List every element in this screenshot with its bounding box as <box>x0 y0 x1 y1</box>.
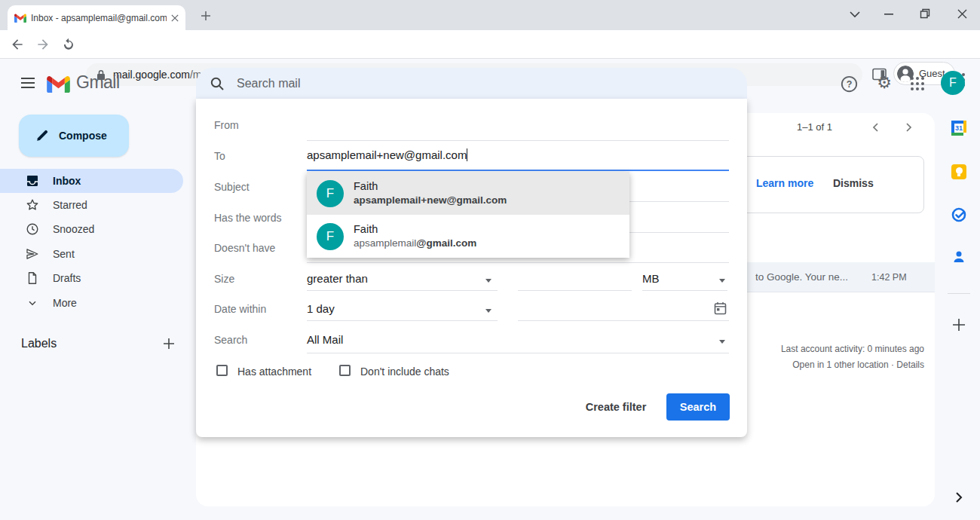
get-addons-plus-icon[interactable] <box>950 316 968 334</box>
search-scope-select[interactable]: All Mail <box>307 333 343 346</box>
size-unit-select[interactable]: MB <box>642 272 660 285</box>
help-icon[interactable]: ? <box>838 73 859 94</box>
search-icon[interactable] <box>210 76 225 91</box>
window-close-icon[interactable] <box>955 6 969 21</box>
date-within-label: Date within <box>214 303 266 315</box>
side-strip-divider <box>948 293 970 294</box>
window-menu-chevron-icon[interactable] <box>848 9 862 20</box>
contact-name: Faith <box>354 179 507 194</box>
no-chats-checkbox[interactable] <box>339 365 351 376</box>
compose-label: Compose <box>59 130 107 142</box>
hamburger-menu-icon[interactable] <box>18 73 38 93</box>
sidebar-item-label: Snoozed <box>53 223 94 235</box>
pencil-icon <box>35 129 49 142</box>
activity-line: Last account activity: 0 minutes ago <box>781 341 924 357</box>
settings-gear-icon[interactable]: ⚙ <box>874 73 894 93</box>
from-label: From <box>214 119 239 131</box>
clock-icon <box>26 222 39 236</box>
contact-name: Faith <box>354 222 476 237</box>
forward-icon[interactable] <box>33 35 53 54</box>
has-words-label: Has the words <box>214 212 281 224</box>
to-input[interactable]: apsamplemail+new@gmail.com <box>307 148 467 161</box>
has-attachment-checkbox[interactable] <box>216 365 228 376</box>
has-attachment-label[interactable]: Has attachment <box>237 366 311 378</box>
labels-header: Labels <box>21 337 57 350</box>
size-operator-dropdown-arrow[interactable] <box>485 279 492 283</box>
sidebar-item-label: Sent <box>53 248 75 260</box>
tab-close-icon[interactable] <box>171 14 179 22</box>
window-minimize-icon[interactable] <box>882 6 896 21</box>
doesnt-have-label: Doesn't have <box>214 242 275 254</box>
date-picker-calendar-icon[interactable] <box>713 301 727 315</box>
screen: Inbox - apsamplemail@gmail.com <box>0 0 980 520</box>
gmail-logo-icon[interactable] <box>47 75 70 93</box>
back-icon[interactable] <box>8 35 27 54</box>
browser-toolbar: mail.google.com/mail/u/0/#inbox Guest <box>0 30 980 59</box>
keep-icon[interactable] <box>951 164 966 179</box>
subject-label: Subject <box>214 181 250 193</box>
dismiss-button[interactable]: Dismiss <box>833 177 874 189</box>
filter-search-button[interactable]: Search <box>666 393 730 421</box>
calendar-icon[interactable]: 31 <box>951 121 966 136</box>
account-activity: Last account activity: 0 minutes ago Ope… <box>781 341 924 373</box>
contacts-icon[interactable] <box>951 249 967 265</box>
hide-side-panel-chevron-icon[interactable] <box>951 490 966 505</box>
sidebar-item-drafts[interactable]: Drafts <box>0 266 183 290</box>
search-placeholder: Search mail <box>237 77 300 90</box>
newer-page-chevron-icon[interactable] <box>868 119 884 136</box>
send-icon <box>26 247 39 261</box>
sidebar-item-sent[interactable]: Sent <box>0 242 183 266</box>
browser-tab-strip: Inbox - apsamplemail@gmail.com <box>0 0 980 30</box>
sidebar-item-label: Inbox <box>53 175 81 187</box>
learn-more-link[interactable]: Learn more <box>756 177 813 189</box>
contact-autocomplete-dropdown: F Faith apsamplemail+new@gmail.com F Fai… <box>307 172 629 258</box>
date-input[interactable] <box>518 301 729 320</box>
browser-tab[interactable]: Inbox - apsamplemail@gmail.com <box>8 5 185 30</box>
chevron-down-icon <box>26 296 39 310</box>
tab-title: Inbox - apsamplemail@gmail.com <box>31 13 167 23</box>
sidebar-item-label: More <box>53 297 77 309</box>
contact-email: apsamplemail+new@gmail.com <box>354 194 507 207</box>
date-within-dropdown-arrow[interactable] <box>485 309 492 313</box>
autocomplete-option[interactable]: F Faith apsamplemail@gmail.com <box>307 215 629 258</box>
reload-icon[interactable] <box>59 35 78 54</box>
gmail-logo-text: Gmail <box>76 72 120 93</box>
compose-button[interactable]: Compose <box>19 115 129 157</box>
sidebar-item-snoozed[interactable]: Snoozed <box>0 217 183 241</box>
no-chats-label[interactable]: Don't include chats <box>360 366 449 378</box>
contact-avatar: F <box>317 180 344 207</box>
search-scope-label: Search <box>214 334 247 346</box>
autocomplete-option[interactable]: F Faith apsamplemail+new@gmail.com <box>307 172 629 215</box>
create-filter-button[interactable]: Create filter <box>577 393 655 421</box>
new-tab-button[interactable] <box>198 8 214 24</box>
search-input[interactable]: Search mail <box>196 68 747 99</box>
window-restore-icon[interactable] <box>918 6 932 21</box>
size-unit-dropdown-arrow[interactable] <box>719 279 725 283</box>
size-operator-select[interactable]: greater than <box>307 272 368 285</box>
contact-avatar: F <box>317 223 344 250</box>
email-snippet[interactable]: to Google. Your ne... <box>755 271 848 283</box>
activity-details-line[interactable]: Open in 1 other location · Details <box>781 357 924 373</box>
add-label-plus-icon[interactable] <box>160 335 178 353</box>
from-input[interactable] <box>307 118 729 139</box>
email-time: 1:42 PM <box>871 272 907 283</box>
sidebar-item-more[interactable]: More <box>0 291 183 315</box>
sidebar-item-inbox[interactable]: Inbox <box>0 169 183 193</box>
search-filter-panel: From To apsamplemail+new@gmail.com Subje… <box>196 99 747 437</box>
sidebar-item-starred[interactable]: Starred <box>0 193 183 217</box>
older-page-chevron-icon[interactable] <box>900 119 917 136</box>
tasks-icon[interactable] <box>950 206 968 224</box>
sidebar-item-label: Drafts <box>53 272 81 284</box>
star-icon <box>26 198 39 212</box>
search-scope-dropdown-arrow[interactable] <box>719 340 725 344</box>
to-label: To <box>214 150 225 162</box>
gmail-favicon <box>14 14 26 23</box>
size-value-input[interactable] <box>518 271 632 290</box>
date-within-select[interactable]: 1 day <box>307 302 335 315</box>
apps-grid-icon[interactable] <box>910 76 925 91</box>
text-cursor <box>467 148 467 161</box>
draft-file-icon <box>26 271 39 285</box>
account-avatar[interactable]: F <box>941 71 965 95</box>
pagination-label: 1–1 of 1 <box>797 121 832 133</box>
inbox-icon <box>26 174 39 188</box>
